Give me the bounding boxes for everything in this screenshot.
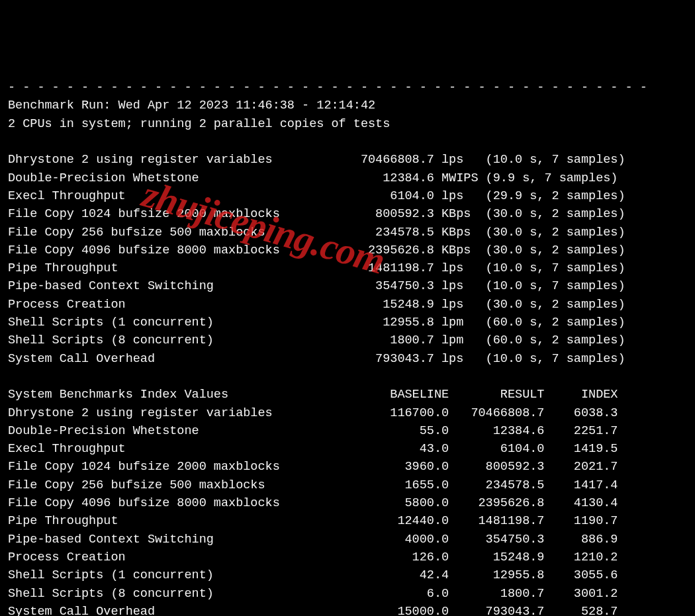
terminal-output: - - - - - - - - - - - - - - - - - - - - … xyxy=(8,79,687,616)
